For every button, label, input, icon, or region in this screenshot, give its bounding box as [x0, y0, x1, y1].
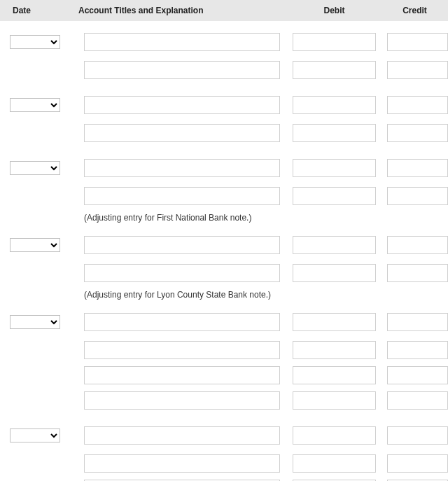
account-input[interactable]: [84, 454, 280, 473]
account-cell: [70, 187, 287, 205]
debit-cell: [287, 313, 382, 331]
journal-line: [0, 57, 448, 83]
credit-cell: [382, 61, 448, 79]
debit-input[interactable]: [293, 96, 376, 114]
header-debit: Debit: [287, 6, 382, 15]
account-input[interactable]: [84, 313, 280, 331]
journal-line: [0, 337, 448, 363]
account-input[interactable]: [84, 187, 280, 205]
group-gap: [0, 146, 448, 153]
debit-input[interactable]: [293, 341, 376, 359]
credit-input[interactable]: [387, 366, 448, 384]
account-input[interactable]: [84, 61, 280, 79]
debit-cell: [287, 366, 382, 384]
group-gap: [0, 413, 448, 420]
debit-cell: [287, 187, 382, 205]
credit-input[interactable]: [387, 159, 448, 177]
debit-input[interactable]: [293, 313, 376, 331]
account-input[interactable]: [84, 366, 280, 384]
account-cell: [70, 236, 287, 254]
account-cell: [70, 391, 287, 410]
debit-input[interactable]: [293, 366, 376, 384]
account-cell: [70, 159, 287, 177]
account-cell: [70, 426, 287, 445]
credit-input[interactable]: [387, 236, 448, 254]
credit-input[interactable]: [387, 391, 448, 410]
credit-cell: [382, 124, 448, 142]
debit-input[interactable]: [293, 159, 376, 177]
credit-input[interactable]: [387, 454, 448, 473]
credit-input[interactable]: [387, 187, 448, 205]
date-select[interactable]: [10, 428, 60, 442]
credit-input[interactable]: [387, 264, 448, 282]
journal-line: [0, 153, 448, 183]
debit-input[interactable]: [293, 236, 376, 254]
credit-cell: [382, 187, 448, 205]
debit-cell: [287, 341, 382, 359]
account-input[interactable]: [84, 33, 280, 51]
date-cell: [0, 35, 70, 49]
debit-input[interactable]: [293, 187, 376, 205]
credit-cell: [382, 236, 448, 254]
account-input[interactable]: [84, 391, 280, 410]
credit-cell: [382, 159, 448, 177]
date-select[interactable]: [10, 238, 60, 252]
credit-input[interactable]: [387, 341, 448, 359]
date-cell: [0, 98, 70, 112]
credit-cell: [382, 391, 448, 410]
account-input[interactable]: [84, 124, 280, 142]
journal-line: [0, 363, 448, 388]
debit-cell: [287, 391, 382, 410]
journal-line: [0, 388, 448, 413]
journal-line: [0, 307, 448, 337]
debit-cell: [287, 454, 382, 473]
account-cell: [70, 313, 287, 331]
account-input[interactable]: [84, 159, 280, 177]
credit-input[interactable]: [387, 61, 448, 79]
credit-input[interactable]: [387, 124, 448, 142]
debit-input[interactable]: [293, 454, 376, 473]
journal-line: [0, 451, 448, 476]
credit-cell: [382, 341, 448, 359]
debit-input[interactable]: [293, 391, 376, 410]
account-cell: [70, 61, 287, 79]
debit-input[interactable]: [293, 426, 376, 445]
explanation-text: (Adjusting entry for First National Bank…: [0, 209, 448, 230]
credit-cell: [382, 366, 448, 384]
account-cell: [70, 454, 287, 473]
date-cell: [0, 238, 70, 252]
date-select[interactable]: [10, 161, 60, 175]
debit-cell: [287, 96, 382, 114]
debit-cell: [287, 264, 382, 282]
account-input[interactable]: [84, 264, 280, 282]
account-cell: [70, 264, 287, 282]
credit-input[interactable]: [387, 426, 448, 445]
journal-body: (Adjusting entry for First National Bank…: [0, 21, 448, 481]
journal-line: [0, 230, 448, 260]
debit-cell: [287, 33, 382, 51]
debit-input[interactable]: [293, 61, 376, 79]
account-cell: [70, 96, 287, 114]
date-select[interactable]: [10, 35, 60, 49]
debit-cell: [287, 426, 382, 445]
account-input[interactable]: [84, 96, 280, 114]
date-select[interactable]: [10, 315, 60, 329]
credit-cell: [382, 426, 448, 445]
header-date: Date: [0, 6, 70, 15]
date-cell: [0, 315, 70, 329]
date-select[interactable]: [10, 98, 60, 112]
account-input[interactable]: [84, 426, 280, 445]
account-input[interactable]: [84, 341, 280, 359]
debit-input[interactable]: [293, 124, 376, 142]
account-input[interactable]: [84, 236, 280, 254]
credit-input[interactable]: [387, 313, 448, 331]
debit-input[interactable]: [293, 264, 376, 282]
credit-input[interactable]: [387, 96, 448, 114]
account-cell: [70, 366, 287, 384]
credit-cell: [382, 264, 448, 282]
credit-cell: [382, 33, 448, 51]
credit-input[interactable]: [387, 33, 448, 51]
debit-input[interactable]: [293, 33, 376, 51]
journal-line: [0, 476, 448, 481]
debit-cell: [287, 236, 382, 254]
